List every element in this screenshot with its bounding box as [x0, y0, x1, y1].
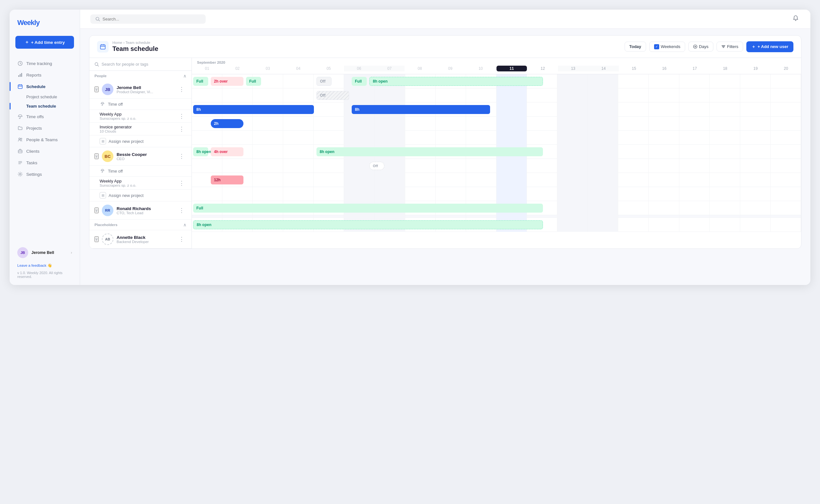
add-user-btn-label: + Add new user — [758, 44, 788, 49]
cal-grid-cell-15 — [618, 102, 649, 117]
add-time-entry-button[interactable]: ＋ + Add time entry — [15, 36, 74, 49]
chevron-right-icon: › — [71, 250, 72, 255]
annette-info: Annette Black Backend Developer — [117, 235, 174, 244]
svg-rect-1 — [18, 75, 19, 77]
annette-collapse-btn[interactable]: ∨ — [94, 236, 99, 242]
sidebar-item-schedule[interactable]: Schedule — [10, 81, 80, 92]
cal-grid-cell-12 — [527, 117, 557, 131]
person-row-ronald[interactable]: ∨ RR Ronald Richards CTO, Tech Lead ⋮ — [89, 201, 191, 220]
briefcase-icon — [17, 148, 23, 154]
sidebar-item-settings[interactable]: Settings — [10, 168, 80, 180]
jerome-weekly-app-row[interactable]: Weekly App Sunscrapers sp. z o.o. ⋮ — [89, 110, 191, 123]
cal-grid-cell-03 — [253, 145, 283, 159]
cal-grid-cell-13 — [557, 117, 588, 131]
cal-grid-cell-19 — [740, 117, 771, 131]
cal-grid-cell-19 — [740, 74, 771, 88]
sidebar-item-team-schedule[interactable]: Team schedule — [10, 102, 80, 111]
add-new-user-button[interactable]: ＋ + Add new user — [746, 41, 793, 52]
annette-menu-icon[interactable]: ⋮ — [177, 235, 186, 243]
cal-grid-row — [192, 215, 801, 218]
search-input[interactable] — [102, 17, 200, 21]
people-search-icon — [94, 62, 99, 67]
sidebar-item-clients[interactable]: Clients — [10, 145, 80, 157]
sidebar-item-project-schedule[interactable]: Project schedule — [10, 92, 80, 102]
bessie-timeoff-label: Time off — [108, 169, 123, 174]
bell-button[interactable] — [791, 14, 800, 24]
sidebar-item-time-tracking[interactable]: Time tracking — [10, 58, 80, 69]
cal-grid-cell-18 — [710, 117, 740, 131]
cal-grid-cell-12 — [527, 131, 557, 145]
cal-grid-cell-03 — [253, 117, 283, 131]
bessie-menu-icon[interactable]: ⋮ — [177, 152, 186, 160]
breadcrumb-home[interactable]: Home — [112, 41, 122, 45]
people-column: Search for people or tags People ∧ ∨ JB — [89, 58, 192, 248]
days-button[interactable]: Days — [688, 42, 713, 52]
weekends-button[interactable]: ✓ Weekends — [649, 42, 685, 52]
cal-grid-cell-11 — [497, 102, 527, 117]
jerome-project1-menu[interactable]: ⋮ — [177, 112, 186, 120]
jerome-project2-menu[interactable]: ⋮ — [177, 125, 186, 133]
bessie-assign-label: Assign new project — [109, 193, 143, 198]
schedule-bar-8h-open: 8h open — [193, 220, 543, 229]
placeholders-collapse-button[interactable]: ∧ — [183, 222, 186, 227]
schedule-body: Search for people or tags People ∧ ∨ JB — [89, 58, 801, 248]
today-button[interactable]: Today — [625, 42, 646, 52]
jerome-assign-row[interactable]: ⊞ Assign new project — [89, 135, 191, 147]
cal-grid-cell-09 — [436, 159, 466, 173]
ronald-collapse-btn[interactable]: ∨ — [94, 207, 99, 213]
cal-grid-cell-17 — [679, 88, 710, 102]
person-row-jerome[interactable]: ∨ JB Jerome Bell Product Designer, Vi...… — [89, 80, 191, 99]
cal-grid-cell-01 — [192, 88, 222, 102]
cal-grid-cell-20 — [771, 131, 801, 145]
cal-grid-cell-14 — [588, 74, 618, 88]
bar-row-jerome-weekly-app: 8h8h — [192, 102, 801, 117]
cal-grid-cell-20 — [771, 159, 801, 173]
cal-grid-cell-01 — [192, 187, 222, 201]
jerome-timeoff-row[interactable]: Time off — [89, 99, 191, 110]
cal-grid-cell-04 — [283, 88, 313, 102]
cal-grid-cell-15 — [618, 117, 649, 131]
bessie-collapse-btn[interactable]: ∨ — [94, 153, 99, 159]
schedule-bar-full: Full — [352, 77, 367, 86]
main-area: Home › Team schedule Team schedule Today — [80, 10, 810, 285]
cal-grid-cell-13 — [557, 102, 588, 117]
schedule-bar-8h-open: 8h open — [316, 147, 543, 156]
ronald-menu-icon[interactable]: ⋮ — [177, 206, 186, 215]
sidebar-item-projects[interactable]: Projects — [10, 122, 80, 134]
filters-button[interactable]: Filters — [717, 42, 743, 52]
person-row-annette[interactable]: ∨ AB Annette Black Backend Developer ⋮ — [89, 230, 191, 248]
cal-grid-row — [192, 187, 801, 201]
people-collapse-button[interactable]: ∧ — [183, 73, 186, 78]
jerome-invoice-row[interactable]: Invoice generator 10 Clouds ⋮ — [89, 123, 191, 135]
bessie-timeoff-row[interactable]: Time off — [89, 166, 191, 177]
sidebar-item-time-offs[interactable]: Time offs — [10, 111, 80, 122]
bell-icon — [792, 15, 799, 21]
cal-grid-cell-10 — [466, 187, 497, 201]
jerome-collapse-btn[interactable]: ∨ — [94, 86, 99, 92]
cal-grid-row — [192, 173, 801, 187]
cal-grid-cell-19 — [740, 145, 771, 159]
sidebar-item-people-teams[interactable]: People & Teams — [10, 134, 80, 145]
cal-grid-cell-06 — [344, 187, 374, 201]
feedback-link[interactable]: Leave a feedback 👋 — [10, 262, 80, 269]
people-search[interactable]: Search for people or tags — [89, 58, 191, 71]
schedule-bar-12h: 12h — [211, 175, 243, 184]
nav-label-projects: Projects — [26, 126, 42, 131]
cal-grid-cell-04 — [283, 131, 313, 145]
cal-grid-cell-12 — [527, 159, 557, 173]
cal-grid-cell-19 — [740, 173, 771, 187]
user-profile[interactable]: JB Jerome Bell › — [15, 245, 75, 261]
user-name: Jerome Bell — [31, 250, 68, 255]
sidebar-item-tasks[interactable]: Tasks — [10, 157, 80, 168]
bessie-weekly-app-row[interactable]: Weekly App Sunscrapers sp. z o.o. ⋮ — [89, 177, 191, 190]
bessie-project1-menu[interactable]: ⋮ — [177, 179, 186, 187]
sidebar-item-reports[interactable]: Reports — [10, 69, 80, 81]
search-bar[interactable] — [90, 14, 206, 24]
person-row-bessie[interactable]: ∨ BC Bessie Cooper CEO ⋮ — [89, 147, 191, 166]
bessie-assign-row[interactable]: ⊞ Assign new project — [89, 190, 191, 201]
jerome-menu-icon[interactable]: ⋮ — [177, 85, 186, 93]
topbar — [80, 10, 810, 29]
cal-grid-cell-19 — [740, 187, 771, 201]
search-icon — [95, 17, 100, 21]
cal-grid-cell-15 — [618, 88, 649, 102]
